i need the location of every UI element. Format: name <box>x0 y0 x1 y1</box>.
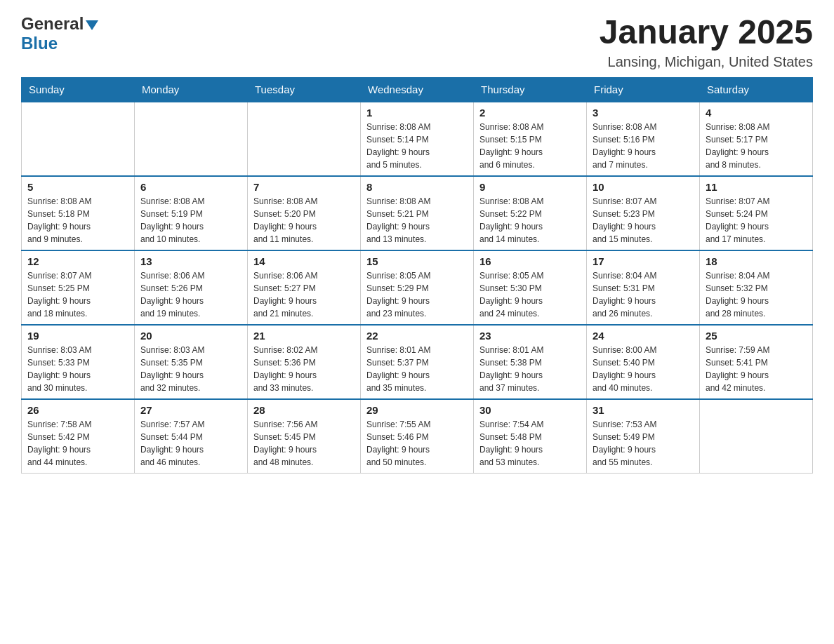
calendar-week-1: 1Sunrise: 8:08 AM Sunset: 5:14 PM Daylig… <box>22 102 813 176</box>
logo-triangle-icon <box>86 20 98 30</box>
calendar-cell: 7Sunrise: 8:08 AM Sunset: 5:20 PM Daylig… <box>248 176 361 250</box>
calendar-cell: 11Sunrise: 8:07 AM Sunset: 5:24 PM Dayli… <box>700 176 813 250</box>
day-info: Sunrise: 8:03 AM Sunset: 5:35 PM Dayligh… <box>140 344 241 394</box>
calendar-cell: 19Sunrise: 8:03 AM Sunset: 5:33 PM Dayli… <box>22 325 135 399</box>
weekday-header-wednesday: Wednesday <box>361 77 474 102</box>
day-number: 19 <box>27 330 128 342</box>
day-number: 30 <box>479 404 581 416</box>
calendar-cell: 9Sunrise: 8:08 AM Sunset: 5:22 PM Daylig… <box>474 176 587 250</box>
calendar-cell: 8Sunrise: 8:08 AM Sunset: 5:21 PM Daylig… <box>361 176 474 250</box>
day-info: Sunrise: 8:08 AM Sunset: 5:21 PM Dayligh… <box>366 195 468 246</box>
weekday-header-thursday: Thursday <box>474 77 587 102</box>
day-number: 22 <box>366 330 468 342</box>
calendar-cell <box>700 399 813 474</box>
day-number: 3 <box>593 107 694 119</box>
day-number: 12 <box>27 255 128 267</box>
calendar-cell: 20Sunrise: 8:03 AM Sunset: 5:35 PM Dayli… <box>135 325 248 399</box>
day-info: Sunrise: 8:07 AM Sunset: 5:23 PM Dayligh… <box>593 195 694 246</box>
day-info: Sunrise: 7:57 AM Sunset: 5:44 PM Dayligh… <box>140 418 241 469</box>
calendar-cell: 17Sunrise: 8:04 AM Sunset: 5:31 PM Dayli… <box>587 250 700 325</box>
calendar-week-3: 12Sunrise: 8:07 AM Sunset: 5:25 PM Dayli… <box>22 250 813 325</box>
day-info: Sunrise: 8:08 AM Sunset: 5:14 PM Dayligh… <box>366 121 468 171</box>
calendar-cell: 13Sunrise: 8:06 AM Sunset: 5:26 PM Dayli… <box>135 250 248 325</box>
calendar-cell: 5Sunrise: 8:08 AM Sunset: 5:18 PM Daylig… <box>22 176 135 250</box>
calendar-cell: 25Sunrise: 7:59 AM Sunset: 5:41 PM Dayli… <box>700 325 813 399</box>
day-info: Sunrise: 8:06 AM Sunset: 5:27 PM Dayligh… <box>253 269 355 320</box>
day-info: Sunrise: 8:01 AM Sunset: 5:37 PM Dayligh… <box>366 344 468 394</box>
day-info: Sunrise: 8:08 AM Sunset: 5:19 PM Dayligh… <box>140 195 241 246</box>
day-number: 4 <box>706 107 807 119</box>
day-info: Sunrise: 8:06 AM Sunset: 5:26 PM Dayligh… <box>140 269 241 320</box>
day-info: Sunrise: 8:08 AM Sunset: 5:20 PM Dayligh… <box>253 195 355 246</box>
calendar-cell: 18Sunrise: 8:04 AM Sunset: 5:32 PM Dayli… <box>700 250 813 325</box>
day-info: Sunrise: 8:00 AM Sunset: 5:40 PM Dayligh… <box>593 344 694 394</box>
day-number: 13 <box>140 255 241 267</box>
day-info: Sunrise: 7:58 AM Sunset: 5:42 PM Dayligh… <box>27 418 128 469</box>
day-number: 1 <box>366 107 468 119</box>
day-number: 16 <box>479 255 581 267</box>
calendar-week-5: 26Sunrise: 7:58 AM Sunset: 5:42 PM Dayli… <box>22 399 813 474</box>
day-number: 8 <box>366 181 468 193</box>
day-number: 10 <box>593 181 694 193</box>
location-subtitle: Lansing, Michigan, United States <box>600 54 813 70</box>
calendar-cell: 14Sunrise: 8:06 AM Sunset: 5:27 PM Dayli… <box>248 250 361 325</box>
calendar-cell: 2Sunrise: 8:08 AM Sunset: 5:15 PM Daylig… <box>474 102 587 176</box>
day-number: 6 <box>140 181 241 193</box>
day-info: Sunrise: 8:03 AM Sunset: 5:33 PM Dayligh… <box>27 344 128 394</box>
calendar-cell: 27Sunrise: 7:57 AM Sunset: 5:44 PM Dayli… <box>135 399 248 474</box>
calendar-cell: 16Sunrise: 8:05 AM Sunset: 5:30 PM Dayli… <box>474 250 587 325</box>
calendar-cell <box>135 102 248 176</box>
day-number: 2 <box>479 107 581 119</box>
day-number: 7 <box>253 181 355 193</box>
day-number: 25 <box>706 330 807 342</box>
calendar-cell: 15Sunrise: 8:05 AM Sunset: 5:29 PM Dayli… <box>361 250 474 325</box>
day-info: Sunrise: 7:56 AM Sunset: 5:45 PM Dayligh… <box>253 418 355 469</box>
calendar-cell: 6Sunrise: 8:08 AM Sunset: 5:19 PM Daylig… <box>135 176 248 250</box>
day-number: 29 <box>366 404 468 416</box>
day-info: Sunrise: 7:54 AM Sunset: 5:48 PM Dayligh… <box>479 418 581 469</box>
day-number: 11 <box>706 181 807 193</box>
calendar-cell: 22Sunrise: 8:01 AM Sunset: 5:37 PM Dayli… <box>361 325 474 399</box>
day-number: 24 <box>593 330 694 342</box>
day-info: Sunrise: 7:55 AM Sunset: 5:46 PM Dayligh… <box>366 418 468 469</box>
day-info: Sunrise: 8:02 AM Sunset: 5:36 PM Dayligh… <box>253 344 355 394</box>
calendar-cell: 26Sunrise: 7:58 AM Sunset: 5:42 PM Dayli… <box>22 399 135 474</box>
weekday-header-monday: Monday <box>135 77 248 102</box>
day-info: Sunrise: 8:05 AM Sunset: 5:30 PM Dayligh… <box>479 269 581 320</box>
day-number: 28 <box>253 404 355 416</box>
calendar-cell: 24Sunrise: 8:00 AM Sunset: 5:40 PM Dayli… <box>587 325 700 399</box>
calendar-week-2: 5Sunrise: 8:08 AM Sunset: 5:18 PM Daylig… <box>22 176 813 250</box>
day-info: Sunrise: 8:04 AM Sunset: 5:32 PM Dayligh… <box>706 269 807 320</box>
day-number: 15 <box>366 255 468 267</box>
day-info: Sunrise: 7:59 AM Sunset: 5:41 PM Dayligh… <box>706 344 807 394</box>
calendar-cell: 23Sunrise: 8:01 AM Sunset: 5:38 PM Dayli… <box>474 325 587 399</box>
calendar-cell: 12Sunrise: 8:07 AM Sunset: 5:25 PM Dayli… <box>22 250 135 325</box>
title-block: January 2025 Lansing, Michigan, United S… <box>600 14 813 70</box>
logo-general-text: General <box>21 14 84 34</box>
weekday-header-sunday: Sunday <box>22 77 135 102</box>
day-info: Sunrise: 8:08 AM Sunset: 5:18 PM Dayligh… <box>27 195 128 246</box>
weekday-header-friday: Friday <box>587 77 700 102</box>
calendar-cell <box>22 102 135 176</box>
day-info: Sunrise: 8:01 AM Sunset: 5:38 PM Dayligh… <box>479 344 581 394</box>
day-number: 9 <box>479 181 581 193</box>
day-number: 21 <box>253 330 355 342</box>
calendar-cell: 1Sunrise: 8:08 AM Sunset: 5:14 PM Daylig… <box>361 102 474 176</box>
day-info: Sunrise: 8:08 AM Sunset: 5:16 PM Dayligh… <box>593 121 694 171</box>
weekday-header-saturday: Saturday <box>700 77 813 102</box>
day-info: Sunrise: 8:05 AM Sunset: 5:29 PM Dayligh… <box>366 269 468 320</box>
calendar-cell: 28Sunrise: 7:56 AM Sunset: 5:45 PM Dayli… <box>248 399 361 474</box>
day-number: 27 <box>140 404 241 416</box>
day-number: 18 <box>706 255 807 267</box>
day-number: 5 <box>27 181 128 193</box>
calendar-cell: 10Sunrise: 8:07 AM Sunset: 5:23 PM Dayli… <box>587 176 700 250</box>
day-number: 14 <box>253 255 355 267</box>
day-number: 17 <box>593 255 694 267</box>
calendar-week-4: 19Sunrise: 8:03 AM Sunset: 5:33 PM Dayli… <box>22 325 813 399</box>
day-info: Sunrise: 8:08 AM Sunset: 5:17 PM Dayligh… <box>706 121 807 171</box>
day-info: Sunrise: 8:07 AM Sunset: 5:25 PM Dayligh… <box>27 269 128 320</box>
day-info: Sunrise: 8:08 AM Sunset: 5:22 PM Dayligh… <box>479 195 581 246</box>
calendar-cell: 4Sunrise: 8:08 AM Sunset: 5:17 PM Daylig… <box>700 102 813 176</box>
day-info: Sunrise: 8:08 AM Sunset: 5:15 PM Dayligh… <box>479 121 581 171</box>
day-info: Sunrise: 8:07 AM Sunset: 5:24 PM Dayligh… <box>706 195 807 246</box>
